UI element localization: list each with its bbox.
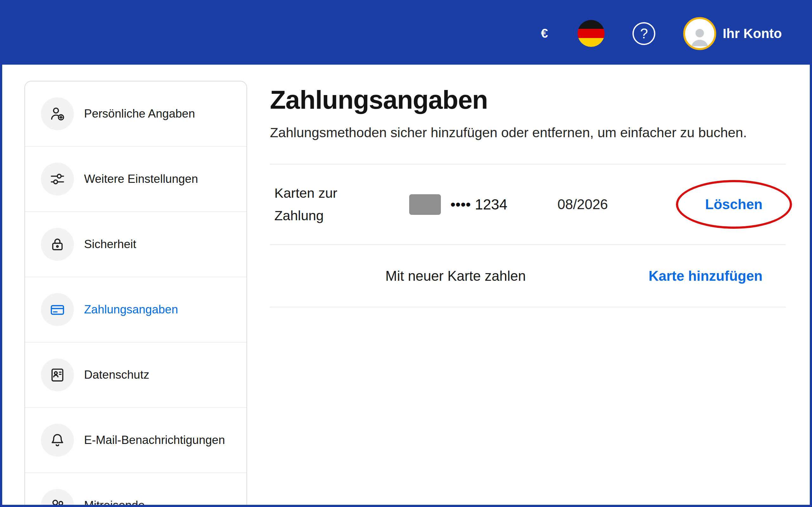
add-card-link[interactable]: Karte hinzufügen [649, 268, 763, 284]
sidebar-item-label: Weitere Einstellungen [84, 172, 198, 186]
sidebar-item-personal-details[interactable]: Persönliche Angaben [25, 81, 247, 146]
language-selector[interactable] [577, 20, 605, 47]
privacy-id-icon [49, 366, 66, 383]
saved-card-row: Karten zur Zahlung •••• 1234 08/2026 Lös… [270, 164, 786, 244]
sidebar-item-label: Datenschutz [84, 368, 149, 382]
card-expiry-date: 08/2026 [558, 196, 608, 212]
sidebar-item-email-notifications[interactable]: E-Mail-Benachrichtigungen [25, 407, 247, 472]
delete-card-link[interactable]: Löschen [705, 196, 763, 212]
sidebar-item-label: E-Mail-Benachrichtigungen [84, 434, 225, 447]
person-silhouette-icon [688, 24, 712, 48]
account-label: Ihr Konto [722, 26, 782, 41]
people-icon [49, 497, 66, 507]
flag-stripe-gold [577, 38, 605, 47]
page-subtitle: Zahlungsmethoden sicher hinzufügen oder … [270, 124, 786, 141]
flag-stripe-black [577, 20, 605, 29]
page: € ? Ihr Konto [0, 0, 812, 507]
top-header: € ? Ihr Konto [2, 2, 810, 65]
currency-selector[interactable]: € [539, 26, 550, 41]
bell-icon [49, 432, 66, 449]
sidebar-item-label: Persönliche Angaben [84, 107, 195, 120]
page-title: Zahlungsangaben [270, 85, 786, 115]
sidebar-item-other-settings[interactable]: Weitere Einstellungen [25, 146, 247, 211]
person-add-icon [49, 105, 66, 122]
sidebar-item-privacy[interactable]: Datenschutz [25, 342, 247, 407]
sidebar-item-label: Zahlungsangaben [84, 303, 178, 316]
sidebar-item-payment-details[interactable]: Zahlungsangaben [25, 277, 247, 342]
card-masked-number: •••• 1234 [450, 196, 507, 213]
credit-card-icon [49, 301, 66, 318]
sliders-icon [49, 170, 66, 187]
sidebar-item-label: Sicherheit [84, 238, 136, 251]
pay-with-new-card-label: Mit neuer Karte zahlen [386, 268, 526, 284]
sidebar-item-label: Mitreisende [84, 499, 145, 507]
lock-icon [49, 236, 66, 253]
help-button[interactable]: ? [632, 22, 655, 45]
german-flag-icon [577, 20, 605, 47]
delete-link-wrapper: Löschen [705, 196, 763, 212]
account-button[interactable]: Ihr Konto [683, 17, 782, 50]
question-icon: ? [640, 26, 648, 41]
cards-for-payment-label: Karten zur Zahlung [274, 182, 409, 227]
sidebar-item-travel-companions[interactable]: Mitreisende [25, 472, 247, 507]
cards-for-payment-text: Karten zur Zahlung [274, 182, 369, 227]
sidebar-item-security[interactable]: Sicherheit [25, 211, 247, 277]
avatar [683, 17, 716, 50]
flag-stripe-red [577, 29, 605, 38]
main-content: Zahlungsangaben Zahlungsmethoden sicher … [270, 65, 786, 307]
card-image-placeholder [409, 194, 441, 215]
new-card-row: Mit neuer Karte zahlen Karte hinzufügen [270, 244, 786, 307]
settings-sidebar: Persönliche Angaben Weitere Einstellunge… [24, 81, 247, 507]
payment-methods-list: Karten zur Zahlung •••• 1234 08/2026 Lös… [270, 164, 786, 307]
